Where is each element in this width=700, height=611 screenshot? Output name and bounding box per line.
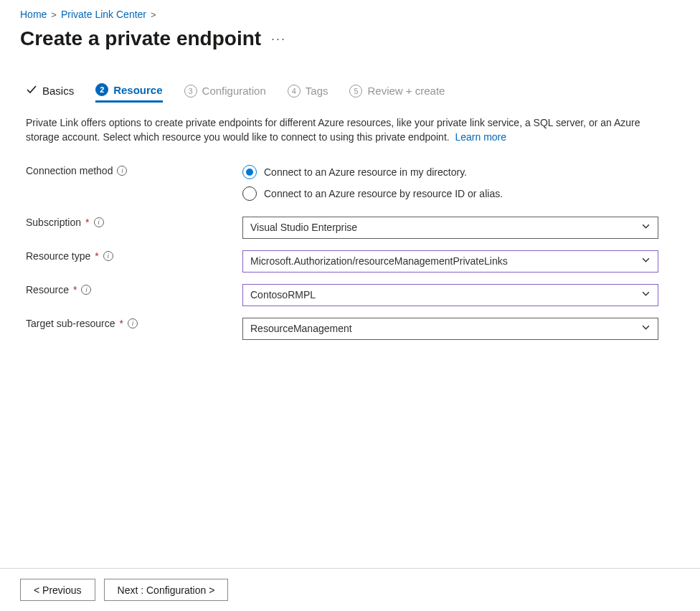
tab-label: Resource — [113, 84, 162, 96]
wizard-tabs: Basics 2 Resource 3 Configuration 4 Tags… — [26, 83, 680, 103]
info-icon[interactable]: i — [128, 318, 138, 328]
target-sub-resource-select[interactable]: ResourceManagement — [242, 318, 658, 340]
required-icon: * — [85, 217, 89, 228]
radio-icon — [242, 165, 257, 179]
tab-label: Configuration — [202, 85, 266, 97]
breadcrumb: Home > Private Link Center > — [20, 9, 680, 20]
intro-text: Private Link offers options to create pr… — [26, 115, 664, 145]
tab-resource[interactable]: 2 Resource — [95, 83, 162, 103]
tab-label: Basics — [42, 85, 74, 97]
resource-select[interactable]: ContosoRMPL — [242, 284, 658, 306]
radio-label: Connect to an Azure resource by resource… — [264, 188, 503, 199]
info-icon[interactable]: i — [94, 217, 104, 227]
radio-label: Connect to an Azure resource in my direc… — [264, 166, 467, 178]
required-icon: * — [95, 250, 98, 262]
next-button[interactable]: Next : Configuration > — [104, 579, 229, 601]
breadcrumb-separator: > — [51, 9, 57, 20]
breadcrumb-separator: > — [151, 9, 156, 20]
page-title: Create a private endpoint — [20, 27, 261, 50]
step-number-icon: 2 — [95, 83, 108, 96]
footer-nav: < Previous Next : Configuration > — [0, 568, 700, 611]
tab-tags[interactable]: 4 Tags — [288, 85, 328, 102]
required-icon: * — [120, 318, 123, 329]
info-icon[interactable]: i — [81, 285, 91, 295]
required-icon: * — [73, 284, 77, 295]
info-icon[interactable]: i — [117, 166, 127, 176]
tab-label: Review + create — [367, 85, 445, 97]
select-value: ContosoRMPL — [250, 289, 316, 300]
select-value: Visual Studio Enterprise — [250, 222, 357, 233]
tab-configuration[interactable]: 3 Configuration — [184, 85, 266, 102]
resource-type-label: Resource type — [26, 250, 90, 262]
breadcrumb-home[interactable]: Home — [20, 9, 47, 20]
previous-button[interactable]: < Previous — [20, 579, 95, 601]
tab-label: Tags — [306, 85, 328, 97]
select-value: Microsoft.Authorization/resourceManageme… — [250, 255, 508, 267]
tab-basics[interactable]: Basics — [26, 84, 74, 102]
step-number-icon: 5 — [349, 85, 362, 98]
subscription-label: Subscription — [26, 217, 81, 228]
chevron-down-icon — [641, 323, 651, 334]
learn-more-link[interactable]: Learn more — [455, 131, 506, 143]
tab-review[interactable]: 5 Review + create — [349, 85, 445, 102]
radio-connect-resource-id[interactable]: Connect to an Azure resource by resource… — [242, 186, 658, 201]
chevron-down-icon — [641, 255, 651, 267]
resource-label: Resource — [26, 284, 69, 295]
step-number-icon: 4 — [288, 85, 301, 98]
info-icon[interactable]: i — [103, 251, 113, 261]
step-number-icon: 3 — [184, 85, 197, 98]
resource-type-select[interactable]: Microsoft.Authorization/resourceManageme… — [242, 250, 658, 273]
chevron-down-icon — [641, 222, 651, 233]
breadcrumb-private-link-center[interactable]: Private Link Center — [61, 9, 146, 20]
connection-method-radio-group: Connect to an Azure resource in my direc… — [242, 165, 658, 201]
more-icon[interactable]: ··· — [271, 32, 286, 47]
target-sub-resource-label: Target sub-resource — [26, 318, 115, 329]
check-icon — [26, 84, 37, 98]
chevron-down-icon — [641, 289, 651, 300]
radio-connect-directory[interactable]: Connect to an Azure resource in my direc… — [242, 165, 658, 179]
subscription-select[interactable]: Visual Studio Enterprise — [242, 217, 658, 239]
connection-method-label: Connection method — [26, 165, 113, 176]
select-value: ResourceManagement — [250, 323, 352, 334]
radio-icon — [242, 186, 257, 201]
